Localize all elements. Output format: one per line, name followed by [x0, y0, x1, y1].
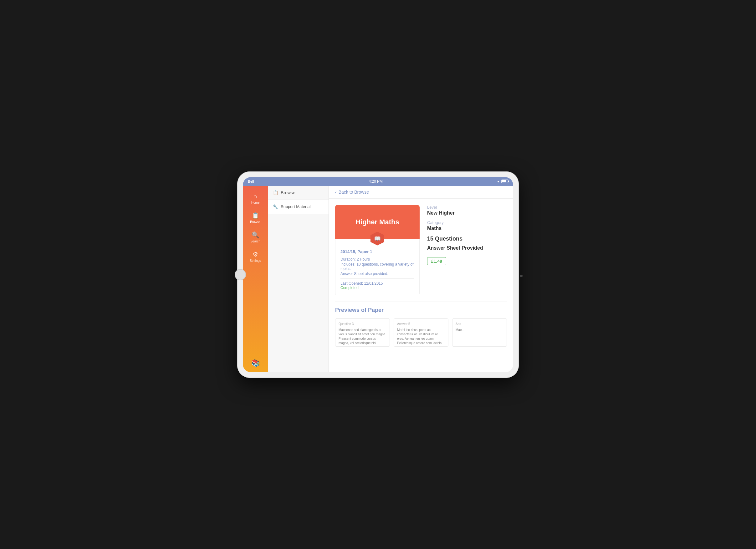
category-label: Category — [427, 220, 507, 225]
wifi-icon: ● — [497, 180, 499, 183]
preview-card-text-0: Maecenas sed diam eget risus varius blan… — [339, 328, 386, 347]
price-badge[interactable]: £1.49 — [427, 257, 446, 265]
level-value: New Higher — [427, 210, 507, 216]
preview-card-label-1: Answer 5 — [397, 322, 445, 326]
back-bar[interactable]: ‹ Back to Browse — [329, 186, 513, 199]
answer-sheet-info: Answer Sheet also provided. — [340, 272, 414, 276]
home-icon: ⌂ — [253, 193, 257, 200]
preview-card-1: Answer 5 Morbi leo risus, porta ac conse… — [394, 318, 448, 347]
browse-icon: 📋 — [252, 212, 259, 219]
panel-header-label: Browse — [281, 190, 295, 195]
support-material-icon: 🔧 — [273, 204, 278, 209]
sidebar-item-browse[interactable]: 📋 Browse — [243, 208, 268, 227]
sidebar: ⌂ Home 📋 Browse 🔍 Search ⚙ Settings � — [243, 186, 268, 372]
home-label: Home — [251, 201, 260, 204]
preview-card-label-0: Question 3 — [339, 322, 386, 326]
sidebar-item-settings[interactable]: ⚙ Settings — [243, 247, 268, 266]
last-opened: Last Opened: 12/01/2015 — [340, 281, 414, 286]
level-label: Level — [427, 205, 507, 210]
back-chevron-icon: ‹ — [335, 190, 337, 195]
completed-status: Completed — [340, 286, 414, 290]
settings-icon: ⚙ — [253, 251, 258, 258]
detail-divider — [340, 278, 414, 279]
status-bar: Bell 4:20 PM ● — [243, 177, 513, 186]
sidebar-bottom-icon: 📚 — [251, 354, 260, 372]
main-content: ‹ Back to Browse Higher Maths 📖 — [329, 186, 513, 372]
battery-fill — [502, 180, 506, 182]
settings-label: Settings — [250, 259, 261, 262]
sidebar-item-search[interactable]: 🔍 Search — [243, 227, 268, 247]
preview-card-text-2: Mae... — [456, 328, 464, 332]
left-panel: 📋 Browse 🔧 Support Material — [268, 186, 329, 372]
content-area: Higher Maths 📖 2014/15, Paper 1 Duration… — [329, 199, 513, 372]
back-label: Back to Browse — [339, 190, 369, 195]
sidebar-item-home[interactable]: ⌂ Home — [243, 189, 268, 208]
status-right: ● — [497, 180, 508, 183]
previews-row: Question 3 Maecenas sed diam eget risus … — [335, 318, 507, 347]
support-material-item[interactable]: 🔧 Support Material — [268, 200, 329, 214]
panel-header: 📋 Browse — [268, 186, 329, 200]
time-label: 4:20 PM — [369, 179, 383, 184]
battery-icon — [501, 180, 508, 183]
search-icon: 🔍 — [252, 231, 259, 239]
preview-card-0: Question 3 Maecenas sed diam eget risus … — [335, 318, 390, 347]
preview-card-2: Ans Mae... — [452, 318, 507, 347]
browse-label: Browse — [250, 220, 260, 224]
includes: Includes: 10 questions, covering a varie… — [340, 262, 414, 271]
previews-title: Previews of Paper — [335, 307, 507, 313]
info-panel: Level New Higher Category Maths 15 Quest… — [427, 205, 507, 295]
browse-panel-icon: 📋 — [273, 190, 278, 195]
hero-details: 2014/15, Paper 1 Duration: 2 Hours Inclu… — [335, 239, 420, 295]
category-value: Maths — [427, 226, 507, 231]
preview-card-text-1: Morbi leo risus, porta ac consectetur ac… — [397, 328, 442, 347]
questions-count: 15 Questions — [427, 236, 507, 242]
hero-title: Higher Maths — [355, 218, 399, 226]
paper-title: 2014/15, Paper 1 — [340, 249, 414, 254]
side-dot — [520, 275, 523, 277]
home-button[interactable] — [235, 269, 246, 280]
preview-card-label-2: Ans — [456, 322, 503, 326]
stack-books-icon: 📚 — [251, 359, 260, 367]
search-label: Search — [250, 240, 260, 243]
duration: Duration: 2 Hours — [340, 257, 414, 262]
device-frame: Bell 4:20 PM ● ⌂ Home 📋 Browse — [237, 171, 519, 378]
previews-section: Previews of Paper Question 3 Maecenas se… — [335, 302, 507, 347]
answer-sheet-provided: Answer Sheet Provided — [427, 245, 507, 251]
content-top: Higher Maths 📖 2014/15, Paper 1 Duration… — [335, 205, 507, 295]
support-material-label: Support Material — [281, 204, 310, 209]
book-icon: 📖 — [374, 235, 381, 242]
device-screen: Bell 4:20 PM ● ⌂ Home 📋 Browse — [243, 177, 513, 372]
carrier-label: Bell — [248, 180, 254, 183]
app-container: ⌂ Home 📋 Browse 🔍 Search ⚙ Settings � — [243, 186, 513, 372]
hero-card: Higher Maths 📖 2014/15, Paper 1 Duration… — [335, 205, 420, 295]
hero-banner: Higher Maths 📖 — [335, 205, 420, 239]
